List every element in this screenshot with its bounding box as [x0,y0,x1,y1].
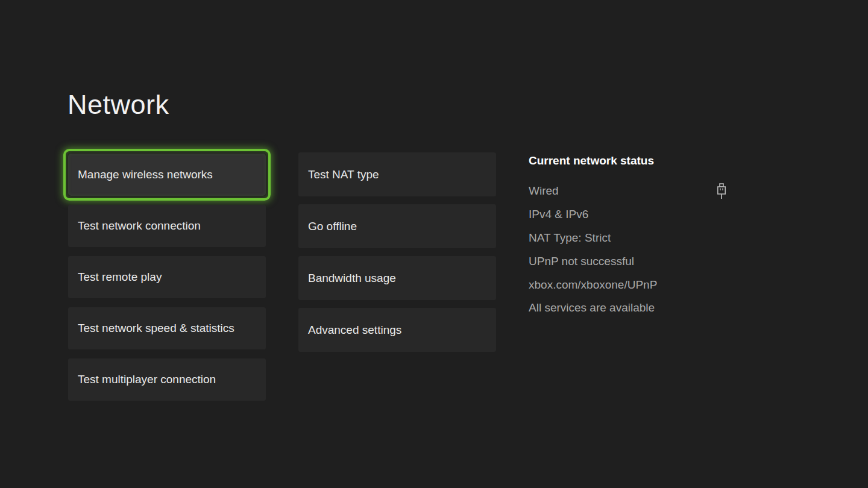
status-heading: Current network status [529,154,729,167]
status-row-services-availability: All services are available [529,296,729,320]
button-label: Test NAT type [308,168,379,181]
status-label: xbox.com/xboxone/UPnP [529,278,657,292]
status-label: NAT Type: Strict [529,231,611,245]
button-label: Manage wireless networks [78,168,213,181]
button-label: Test remote play [78,271,162,284]
network-status-panel: Current network status Wired IPv4 & IPv6… [529,154,729,320]
status-row-upnp-url: xbox.com/xboxone/UPnP [529,273,729,296]
button-label: Test network speed & statistics [78,322,234,335]
button-manage-wireless-networks[interactable]: Manage wireless networks [68,154,266,196]
button-label: Advanced settings [308,324,401,337]
status-row-connection-type: Wired [529,180,729,203]
button-advanced-settings[interactable]: Advanced settings [298,308,496,352]
button-test-network-speed-statistics[interactable]: Test network speed & statistics [68,307,266,349]
status-label: IPv4 & IPv6 [529,208,588,221]
menu-column-primary: Manage wireless networks Test network co… [68,149,266,410]
status-row-ip-protocol: IPv4 & IPv6 [529,203,729,227]
button-label: Test multiplayer connection [78,373,216,386]
menu-column-secondary: Test NAT type Go offline Bandwidth usage… [298,152,496,360]
status-row-upnp-status: UPnP not successful [529,249,729,273]
button-test-remote-play[interactable]: Test remote play [68,256,266,298]
status-rows: Wired IPv4 & IPv6 NAT Type: Strict UPnP … [529,180,729,320]
button-test-nat-type[interactable]: Test NAT type [298,152,496,196]
button-test-multiplayer-connection[interactable]: Test multiplayer connection [68,358,266,401]
status-label: All services are available [529,301,655,314]
button-label: Bandwidth usage [308,272,396,285]
status-label: Wired [529,184,559,198]
status-row-nat-type: NAT Type: Strict [529,227,729,250]
wired-connection-icon [717,183,726,199]
status-label: UPnP not successful [529,255,634,268]
page-title: Network [68,89,169,120]
button-test-network-connection[interactable]: Test network connection [68,205,266,247]
button-label: Go offline [308,220,357,233]
button-go-offline[interactable]: Go offline [298,204,496,248]
button-bandwidth-usage[interactable]: Bandwidth usage [298,256,496,300]
button-label: Test network connection [78,219,201,233]
